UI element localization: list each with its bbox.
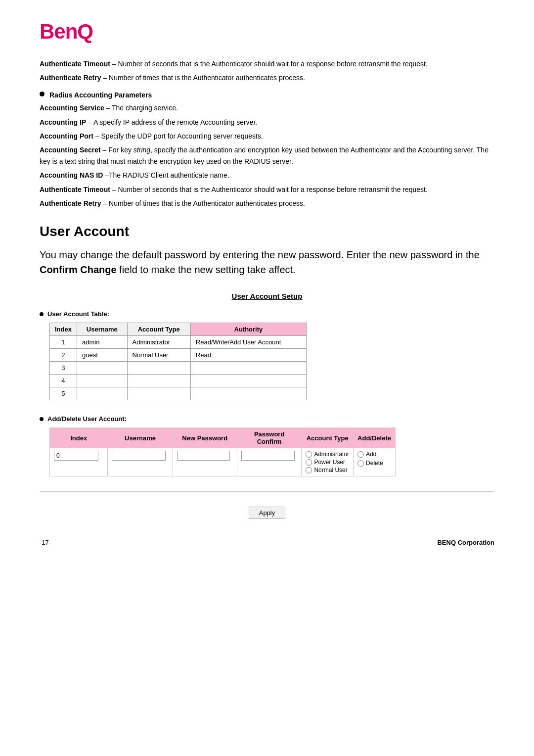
footer-company: BENQ Corporation (437, 539, 494, 546)
row-username (77, 362, 127, 375)
row-account-type (127, 375, 190, 387)
auth-timeout-1-desc: – Number of seconds that is the Authenti… (110, 60, 428, 68)
add-delete-row: Adminisrtator Power User Normal User (50, 448, 396, 476)
ad-index-input[interactable] (54, 451, 98, 461)
logo-text: BenQ (40, 20, 93, 43)
table-label: User Account Table: (40, 310, 494, 318)
row-index: 3 (50, 362, 77, 375)
auth-timeout-2-label: Authenticate Timeout (40, 186, 110, 193)
table-row: 5 (50, 387, 307, 400)
row-account-type: Normal User (127, 349, 190, 362)
ad-username-input[interactable] (112, 451, 165, 461)
row-index: 5 (50, 387, 77, 400)
accounting-ip-para: Accounting IP – A specify IP address of … (40, 117, 494, 128)
setup-title: User Account Setup (40, 292, 494, 300)
radio-add[interactable] (357, 451, 364, 458)
ad-col-username: Username (108, 428, 173, 448)
add-delete-bullet (40, 417, 44, 421)
footer: -17- BENQ Corporation (40, 539, 494, 546)
row-account-type (127, 387, 190, 400)
radio-power-user-text: Power User (314, 459, 345, 466)
radio-add-text: Add (366, 451, 376, 458)
add-delete-label-text: Add/Delete User Account: (47, 415, 127, 423)
row-username: guest (77, 349, 127, 362)
accounting-service-para: Accounting Service – The charging servic… (40, 102, 494, 113)
accounting-port-para: Accounting Port – Specify the UDP port f… (40, 131, 494, 142)
row-username: admin (77, 336, 127, 349)
apply-button[interactable]: Apply (249, 507, 286, 519)
radio-delete-text: Delete (366, 460, 383, 467)
radio-administrator[interactable] (306, 451, 312, 458)
radius-bullet-dot (40, 92, 44, 96)
radio-normal-user[interactable] (306, 467, 312, 473)
apply-section: Apply (40, 507, 494, 519)
ad-confirm-password-input[interactable] (241, 451, 295, 461)
row-username (77, 387, 127, 400)
content-section: Authenticate Timeout – Number of seconds… (40, 58, 494, 209)
radius-label: Radius Accounting Parameters (49, 90, 152, 100)
radio-power-user[interactable] (306, 459, 312, 466)
auth-retry-1-desc: – Number of times that is the Authentica… (101, 74, 305, 82)
auth-timeout-1-label: Authenticate Timeout (40, 60, 110, 68)
ad-add-delete-cell[interactable]: Add Delete (354, 448, 396, 476)
add-delete-radio-group: Add Delete (357, 451, 391, 467)
col-username: Username (77, 323, 127, 336)
accounting-service-desc: – The charging service. (104, 104, 178, 112)
auth-timeout-1-para: Authenticate Timeout – Number of seconds… (40, 58, 494, 69)
row-username (77, 375, 127, 387)
ad-username-cell[interactable] (108, 448, 173, 476)
add-delete-header-row: Index Username New Password Password Con… (50, 428, 396, 448)
row-authority (190, 362, 306, 375)
table-bullet (40, 312, 44, 316)
col-authority: Authority (190, 323, 306, 336)
auth-retry-1-para: Authenticate Retry – Number of times tha… (40, 72, 494, 83)
divider (40, 491, 494, 492)
ad-account-type-cell[interactable]: Adminisrtator Power User Normal User (302, 448, 354, 476)
intro-bold: Confirm Change (40, 264, 117, 275)
table-row: 2 guest Normal User Read (50, 349, 307, 362)
col-index: Index (50, 323, 77, 336)
accounting-secret-label: Accounting Secret (40, 146, 101, 154)
ad-index-cell[interactable] (50, 448, 108, 476)
table-row: 4 (50, 375, 307, 387)
accounting-secret-para: Accounting Secret – For key string, spec… (40, 144, 494, 167)
radio-normal-user-text: Normal User (314, 467, 347, 473)
intro-text: You may change the default password by e… (40, 247, 494, 277)
ad-confirm-password-cell[interactable] (237, 448, 301, 476)
ad-col-account-type: Account Type (302, 428, 354, 448)
radio-power-user-label[interactable]: Power User (306, 459, 349, 466)
radio-add-label[interactable]: Add (357, 451, 391, 458)
accounting-nas-label: Accounting NAS ID (40, 171, 103, 179)
row-account-type: Administrator (127, 336, 190, 349)
auth-retry-2-desc: – Number of times that is the Authentica… (101, 199, 305, 207)
row-index: 4 (50, 375, 77, 387)
user-account-table: Index Username Account Type Authority 1 … (49, 323, 307, 400)
table-row: 1 admin Administrator Read/Write/Add Use… (50, 336, 307, 349)
row-index: 1 (50, 336, 77, 349)
ad-new-password-input[interactable] (177, 451, 230, 461)
accounting-nas-desc: –The RADIUS Client authenticate name. (103, 171, 229, 179)
accounting-service-label: Accounting Service (40, 104, 104, 112)
accounting-nas-para: Accounting NAS ID –The RADIUS Client aut… (40, 170, 494, 181)
radio-delete-label[interactable]: Delete (357, 460, 391, 467)
radio-administrator-label[interactable]: Adminisrtator (306, 451, 349, 458)
row-account-type (127, 362, 190, 375)
row-authority (190, 387, 306, 400)
add-delete-table: Index Username New Password Password Con… (49, 427, 396, 476)
accounting-secret-italic: string (134, 146, 150, 154)
radio-delete[interactable] (357, 460, 364, 467)
ad-col-add-delete: Add/Delete (354, 428, 396, 448)
accounting-ip-desc: – A specify IP address of the remote Acc… (86, 118, 257, 126)
account-type-radio-group: Adminisrtator Power User Normal User (306, 451, 349, 473)
radius-bullet-item: Radius Accounting Parameters (40, 90, 494, 100)
ad-col-index: Index (50, 428, 108, 448)
ad-new-password-cell[interactable] (173, 448, 237, 476)
auth-retry-2-label: Authenticate Retry (40, 199, 101, 207)
table-label-text: User Account Table: (47, 310, 109, 318)
footer-page: -17- (40, 539, 51, 546)
accounting-port-desc: – Specify the UDP port for Accounting se… (93, 132, 263, 140)
radio-normal-user-label[interactable]: Normal User (306, 467, 349, 473)
ad-col-new-password: New Password (173, 428, 237, 448)
row-authority: Read (190, 349, 306, 362)
ad-col-password-confirm: Password Confirm (237, 428, 301, 448)
